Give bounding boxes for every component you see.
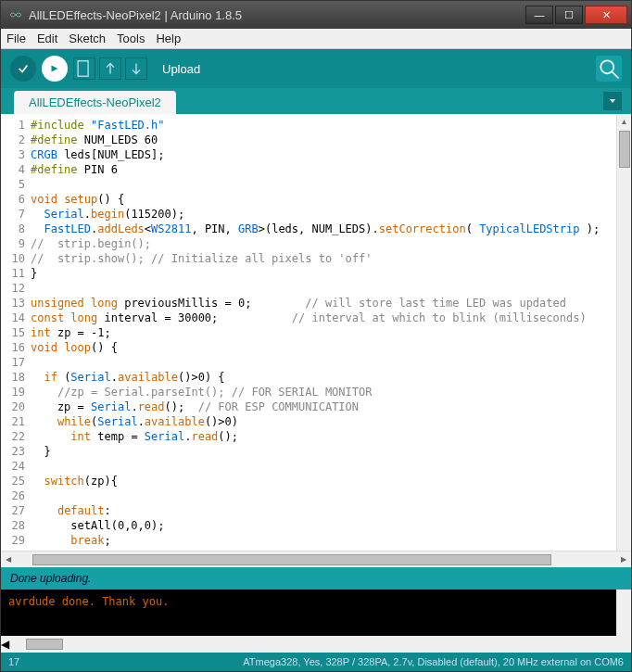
scroll-right-icon[interactable]: ▶	[616, 555, 631, 564]
maximize-button[interactable]: ☐	[555, 6, 583, 24]
window-titlebar: AllLEDEffects-NeoPixel2 | Arduino 1.8.5 …	[1, 1, 631, 29]
line-number: 17	[8, 656, 45, 667]
horizontal-scrollbar[interactable]: ◀ ▶	[1, 551, 631, 567]
toolbar-action-label: Upload	[162, 62, 596, 76]
arduino-logo-icon	[8, 7, 23, 22]
tab-menu-button[interactable]	[603, 92, 622, 110]
footer-bar: 17 ATmega328, Yes, 328P / 328PA, 2.7v, D…	[1, 653, 631, 671]
console-scrollbar[interactable]	[616, 590, 631, 636]
svg-rect-0	[78, 61, 88, 77]
status-text: Done uploading.	[10, 572, 91, 585]
svg-point-1	[600, 60, 613, 73]
console-text: avrdude done. Thank you.	[8, 595, 169, 608]
code-area[interactable]: #include "FastLED.h"#define NUM_LEDS 60C…	[31, 114, 616, 551]
console-hscroll[interactable]: ◀	[1, 636, 631, 653]
serial-monitor-button[interactable]	[596, 56, 622, 82]
line-gutter: 1234567891011121314151617181920212223242…	[1, 114, 31, 551]
console-hscroll-thumb[interactable]	[26, 639, 63, 650]
menu-file[interactable]: File	[6, 32, 26, 45]
menu-tools[interactable]: Tools	[117, 32, 145, 45]
minimize-button[interactable]: —	[525, 6, 553, 24]
save-sketch-button[interactable]	[125, 57, 147, 80]
open-sketch-button[interactable]	[99, 57, 121, 80]
hscroll-thumb[interactable]	[32, 554, 551, 565]
menu-edit[interactable]: Edit	[37, 32, 57, 45]
menu-sketch[interactable]: Sketch	[69, 32, 106, 45]
scroll-thumb[interactable]	[619, 131, 630, 168]
close-button[interactable]: ✕	[585, 6, 627, 24]
status-bar: Done uploading.	[1, 567, 631, 590]
verify-button[interactable]	[10, 56, 36, 82]
menu-bar: File Edit Sketch Tools Help	[1, 29, 631, 49]
board-info: ATmega328, Yes, 328P / 328PA, 2.7v, Disa…	[45, 656, 624, 667]
sketch-tab[interactable]: AllLEDEffects-NeoPixel2	[14, 91, 176, 114]
toolbar: Upload	[1, 49, 631, 88]
scroll-left-icon[interactable]: ◀	[1, 555, 16, 564]
tab-bar: AllLEDEffects-NeoPixel2	[1, 88, 631, 114]
scroll-up-icon[interactable]: ▲	[617, 114, 631, 129]
output-console[interactable]: avrdude done. Thank you.	[1, 590, 631, 636]
new-sketch-button[interactable]	[73, 57, 95, 80]
window-title: AllLEDEffects-NeoPixel2 | Arduino 1.8.5	[29, 8, 524, 22]
code-editor[interactable]: 1234567891011121314151617181920212223242…	[1, 114, 631, 551]
upload-button[interactable]	[42, 56, 68, 82]
menu-help[interactable]: Help	[156, 32, 181, 45]
vertical-scrollbar[interactable]: ▲	[616, 114, 631, 551]
